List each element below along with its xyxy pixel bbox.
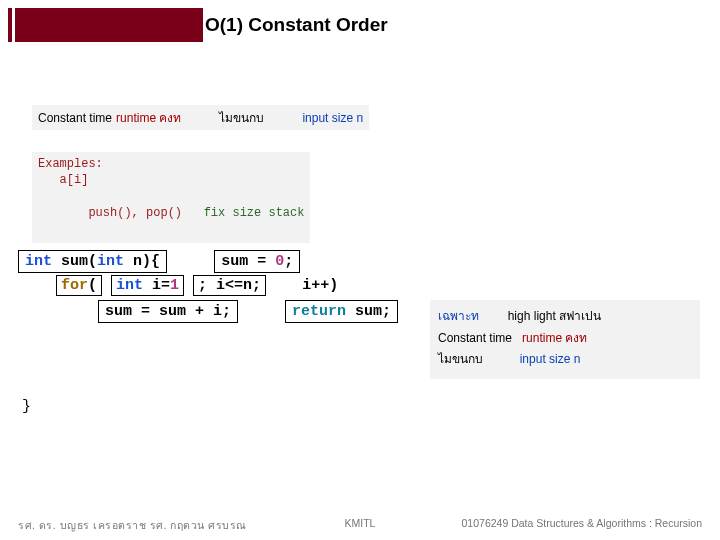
- for-box-3: ; i<=n;: [193, 275, 266, 296]
- examples-header: Examples:: [38, 156, 304, 172]
- code-signature: int sum(int n){: [18, 250, 167, 273]
- body-text: sum = sum + i;: [105, 303, 231, 320]
- title-bar: O(1) Constant Order: [8, 8, 520, 42]
- for-box-1: for(: [56, 275, 102, 296]
- ret-sum: sum;: [346, 303, 391, 320]
- r1a: เฉพาะท: [438, 309, 479, 323]
- i-eq: i=: [143, 277, 170, 294]
- kw-return: return: [292, 303, 346, 320]
- eq: =: [248, 253, 275, 270]
- semi: ;: [284, 253, 293, 270]
- examples-push-pop: push(), pop(): [67, 206, 204, 220]
- cond: ; i<=n;: [198, 277, 261, 294]
- for-box-2: int i=1: [111, 275, 184, 296]
- ident-n: n){: [133, 253, 160, 270]
- footer-authors: รศ. ดร. บญธร เครอตราช รศ. กฤตวน ศรบรณ: [18, 517, 247, 534]
- paren: (: [88, 253, 97, 270]
- ident-sum2: sum: [221, 253, 248, 270]
- num-zero: 0: [275, 253, 284, 270]
- right-row-2: Constant time runtime คงท: [438, 328, 690, 350]
- close-brace: }: [22, 398, 31, 415]
- ident-sum: sum: [61, 253, 88, 270]
- right-panel: เฉพาะท high light สฟาเปน Constant time r…: [430, 300, 700, 379]
- r3b: input size n: [520, 352, 581, 366]
- code-body: sum = sum + i;: [98, 300, 238, 323]
- kw-int-2: int: [97, 253, 124, 270]
- runtime-text: runtime คงท: [116, 108, 181, 127]
- examples-line-2: push(), pop() fix size stack: [38, 188, 304, 237]
- footer-course: 01076249 Data Structures & Algorithms : …: [462, 517, 702, 529]
- r2b: runtime คงท: [522, 331, 587, 345]
- right-row-3: ไมขนกบ input size n: [438, 349, 690, 371]
- kw-int-3: int: [116, 277, 143, 294]
- input-size: input size n: [302, 111, 363, 125]
- paren2: (: [88, 277, 97, 294]
- examples-block: Examples: a[i] push(), pop() fix size st…: [32, 152, 310, 243]
- constant-label: Constant time: [38, 111, 112, 125]
- r1b: high light สฟาเปน: [508, 309, 601, 323]
- num-one: 1: [170, 277, 179, 294]
- code-return: return sum;: [285, 300, 398, 323]
- kw-for: for: [61, 277, 88, 294]
- r2a: Constant time: [438, 331, 512, 345]
- for-inc: i++): [302, 277, 338, 294]
- examples-fixstack: fix size stack: [204, 206, 305, 220]
- code-sum-init: sum = 0;: [214, 250, 300, 273]
- title-tick: [12, 8, 15, 42]
- footer: รศ. ดร. บญธร เครอตราช รศ. กฤตวน ศรบรณ KM…: [0, 517, 720, 534]
- kw-int: int: [25, 253, 52, 270]
- footer-mid: KMITL: [345, 517, 376, 529]
- examples-line-1: a[i]: [38, 172, 304, 188]
- code-area: int sum(int n){ sum = 0; for( int i=1 ; …: [18, 248, 398, 323]
- thai-1: ไมขนกบ: [219, 108, 264, 127]
- right-row-1: เฉพาะท high light สฟาเปน: [438, 306, 690, 328]
- page-title: O(1) Constant Order: [203, 8, 520, 42]
- r3a: ไมขนกบ: [438, 352, 483, 366]
- code-for-row: for( int i=1 ; i<=n; i++): [56, 275, 398, 296]
- constant-time-row: Constant time runtime คงท ไมขนกบ input s…: [32, 105, 369, 130]
